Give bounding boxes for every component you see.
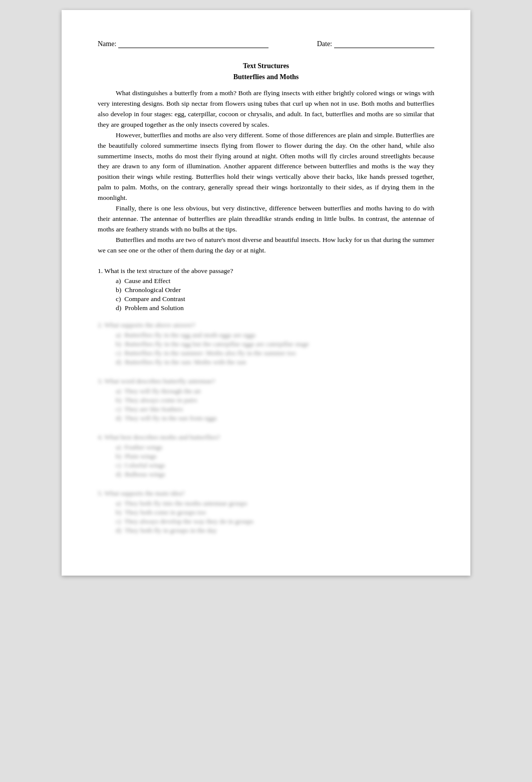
question-1-text: 1. What is the text structure of the abo…	[98, 267, 434, 275]
paragraph-1: What distinguishes a butterfly from a mo…	[98, 88, 434, 130]
q1-option-b: b) Chronological Order	[116, 286, 434, 294]
paragraph-3: Finally, there is one less obvious, but …	[98, 203, 434, 235]
question-4-options: a) Feather wings b) Plain wings c) Color…	[98, 443, 434, 478]
date-field: Date:	[317, 40, 434, 48]
q4-option-a: a) Feather wings	[116, 443, 434, 451]
question-2-text: 2. What supports the above answer?	[98, 321, 434, 329]
body-text: What distinguishes a butterfly from a mo…	[98, 88, 434, 256]
question-4-block: 4. What best describes moths and butterf…	[98, 433, 434, 478]
question-3-options: a) They will fly through the air b) They…	[98, 387, 434, 422]
question-1-block: 1. What is the text structure of the abo…	[98, 267, 434, 312]
q2-option-c: c) Butterflies fly in the summer: Moths …	[116, 349, 434, 357]
q1-option-a: a) Cause and Effect	[116, 277, 434, 285]
q1-option-a-label: a)	[116, 277, 121, 285]
q1-option-c: c) Compare and Contrast	[116, 295, 434, 303]
q1-option-b-text: Chronological Order	[125, 286, 181, 294]
question-3-text: 3. What word describes butterfly antenna…	[98, 377, 434, 385]
title-section: Text Structures Butterflies and Moths	[98, 62, 434, 81]
q1-option-b-label: b)	[116, 286, 121, 294]
question-3-block: 3. What word describes butterfly antenna…	[98, 377, 434, 422]
q1-option-a-text: Cause and Effect	[124, 277, 170, 285]
q4-option-d: d) Bulbous wings	[116, 470, 434, 478]
q2-option-b: b) Butterflies fly in the egg but the ca…	[116, 340, 434, 348]
main-title: Text Structures	[98, 62, 434, 70]
q1-option-d-label: d)	[116, 304, 121, 312]
name-label: Name:	[98, 40, 116, 48]
sub-title: Butterflies and Moths	[98, 73, 434, 81]
name-underline	[118, 40, 269, 48]
q5-option-c: c) They always develop the way they do i…	[116, 517, 434, 526]
questions-section: 1. What is the text structure of the abo…	[98, 267, 434, 535]
q4-option-c: c) Colorful wings	[116, 461, 434, 469]
date-underline	[334, 40, 434, 48]
paragraph-4: Butterflies and moths are two of nature'…	[98, 235, 434, 256]
q1-option-d: d) Problem and Solution	[116, 304, 434, 312]
date-label: Date:	[317, 40, 332, 48]
q5-option-a: a) They both fly into the moths antennae…	[116, 499, 434, 507]
question-2-block: 2. What supports the above answer? a) Bu…	[98, 321, 434, 366]
q1-option-c-text: Compare and Contrast	[124, 295, 185, 303]
name-field: Name:	[98, 40, 269, 48]
question-5-block: 5. What supports the main idea? a) They …	[98, 489, 434, 535]
q3-option-c: c) They are like feathers	[116, 405, 434, 413]
worksheet-page: Name: Date: Text Structures Butterflies …	[62, 10, 470, 576]
q5-option-b: b) They both come in groups too	[116, 508, 434, 516]
q3-option-b: b) They always come in pairs	[116, 396, 434, 404]
paragraph-2: However, butterflies and moths are also …	[98, 130, 434, 203]
q2-option-d: d) Butterflies fly in the sun: Moths wit…	[116, 358, 434, 366]
question-5-options: a) They both fly into the moths antennae…	[98, 499, 434, 535]
q2-option-a: a) Butterflies fly in the egg and moth e…	[116, 331, 434, 339]
q4-option-b: b) Plain wings	[116, 452, 434, 460]
q5-option-d: d) They both fly in groups in the day	[116, 527, 434, 535]
question-5-text: 5. What supports the main idea?	[98, 489, 434, 497]
q1-option-c-label: c)	[116, 295, 121, 303]
question-1-options: a) Cause and Effect b) Chronological Ord…	[98, 277, 434, 312]
question-2-options: a) Butterflies fly in the egg and moth e…	[98, 331, 434, 366]
header-row: Name: Date:	[98, 40, 434, 48]
q1-option-d-text: Problem and Solution	[125, 304, 184, 312]
q3-option-d: d) They will fly in the sun from eggs	[116, 414, 434, 422]
q3-option-a: a) They will fly through the air	[116, 387, 434, 395]
question-4-text: 4. What best describes moths and butterf…	[98, 433, 434, 441]
